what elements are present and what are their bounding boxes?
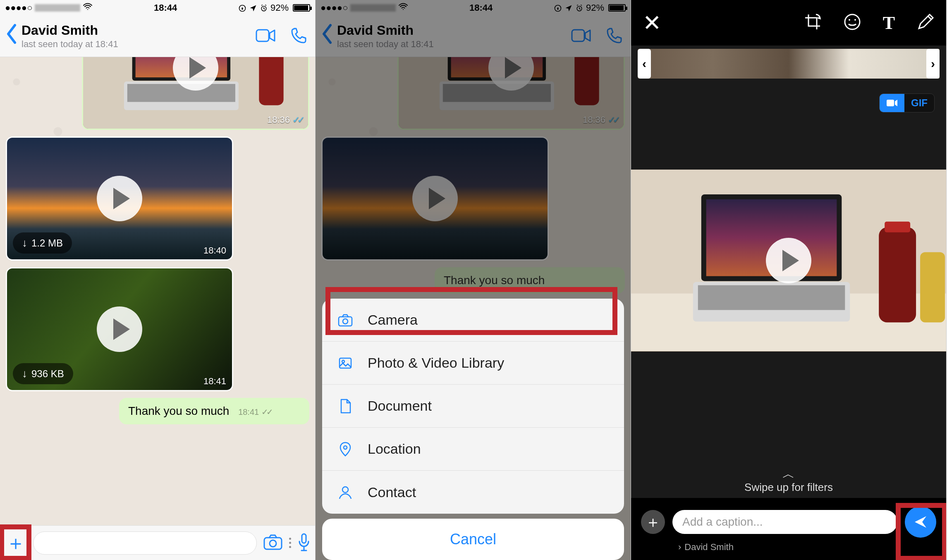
svg-point-28 [344, 446, 347, 449]
text-tool-button[interactable]: T [883, 12, 895, 34]
contact-name: David Smith [22, 23, 256, 38]
download-icon: ↓ [22, 367, 27, 380]
gif-mode-option[interactable]: GIF [904, 94, 934, 112]
svg-rect-33 [887, 100, 894, 106]
chat-input-bar: ＋ [0, 525, 315, 560]
svg-point-27 [342, 360, 344, 363]
chat-body[interactable]: 18:36 ✓✓ ↓ 1.2 MB 18:40 ↓ 936 KB 18:41 [0, 57, 315, 525]
sheet-option-library[interactable]: Photo & Video Library [322, 342, 624, 385]
lock-icon [238, 3, 246, 13]
download-size-pill[interactable]: ↓ 936 KB [13, 363, 73, 384]
panel-chat: ●●●●○ 18:44 92% David Smith [0, 0, 316, 560]
voice-call-button[interactable] [289, 27, 309, 45]
svg-point-29 [342, 487, 348, 493]
svg-rect-9 [259, 57, 283, 105]
svg-point-12 [270, 540, 276, 547]
contact-title-block[interactable]: David Smith last seen today at 18:41 [22, 23, 256, 50]
sheet-cancel-button[interactable]: Cancel [322, 519, 624, 560]
video-preview[interactable] [631, 170, 946, 352]
swipe-up-hint[interactable]: ︿ Swipe up for filters [631, 466, 946, 494]
sheet-option-contact[interactable]: Contact [322, 471, 624, 514]
svg-rect-1 [242, 8, 243, 10]
download-icon: ↓ [22, 237, 27, 249]
trim-handle-right[interactable]: › [926, 49, 940, 79]
svg-rect-8 [127, 84, 235, 102]
svg-rect-26 [340, 358, 351, 368]
video-call-button[interactable] [256, 27, 276, 45]
close-button[interactable]: ✕ [643, 10, 661, 36]
attachment-add-button[interactable]: ＋ [5, 530, 26, 556]
svg-rect-40 [879, 227, 916, 323]
msg-timestamp: 18:41 [203, 376, 226, 387]
carrier-blur [35, 4, 80, 12]
caption-bar: ＋ Add a caption... › David Smith [631, 498, 946, 560]
file-size: 1.2 MB [31, 237, 63, 249]
read-ticks-icon: ✓✓ [292, 115, 302, 125]
video-trim-filmstrip[interactable]: ‹ › [638, 49, 940, 79]
chat-header: David Smith last seen today at 18:41 [0, 16, 315, 57]
svg-rect-39 [698, 285, 845, 310]
status-time: 18:44 [154, 2, 177, 13]
cancel-label: Cancel [450, 531, 496, 548]
sheet-option-label: Location [368, 441, 421, 457]
crop-rotate-button[interactable] [804, 13, 822, 33]
message-text-input[interactable] [33, 531, 257, 555]
camera-button[interactable] [263, 534, 282, 552]
outgoing-video-message[interactable]: 18:36 ✓✓ [82, 57, 309, 130]
incoming-video-message-1[interactable]: ↓ 1.2 MB 18:40 [6, 136, 233, 261]
file-size: 936 KB [31, 368, 64, 380]
svg-rect-41 [885, 222, 910, 232]
swipe-hint-label: Swipe up for filters [744, 481, 833, 493]
ios-status-bar: ●●●●○ 18:44 92% [0, 0, 315, 16]
sheet-option-location[interactable]: Location [322, 428, 624, 471]
editor-toolbar: ✕ T [631, 0, 946, 45]
play-button[interactable] [97, 306, 142, 352]
msg-timestamp: 18:36 ✓✓ [267, 115, 302, 125]
signal-dots: ●●●●○ [5, 2, 32, 13]
draw-tool-button[interactable] [916, 13, 935, 33]
more-options-icon [289, 538, 291, 548]
alarm-icon [260, 3, 268, 13]
panel-action-sheet: ●●●●○ 18:44 92% David Smith last seen to… [316, 0, 631, 560]
play-button[interactable] [766, 238, 811, 283]
message-text: Thank you so much [128, 404, 229, 417]
chevron-right-icon: › [678, 542, 681, 553]
photo-library-icon [337, 355, 354, 371]
emoji-sticker-button[interactable] [843, 13, 861, 33]
sheet-option-label: Camera [368, 312, 418, 328]
last-seen: last seen today at 18:41 [22, 39, 256, 50]
send-button[interactable] [905, 506, 936, 538]
recipient-row[interactable]: › David Smith [641, 542, 936, 553]
battery-pct: 92% [270, 2, 289, 13]
camera-icon [337, 312, 354, 328]
sheet-option-label: Document [368, 398, 432, 414]
svg-point-30 [845, 14, 860, 29]
incoming-video-message-2[interactable]: ↓ 936 KB 18:41 [6, 267, 233, 391]
wifi-icon [83, 2, 93, 14]
download-size-pill[interactable]: ↓ 1.2 MB [13, 232, 72, 254]
attachment-action-sheet: Camera Photo & Video Library Document Lo… [322, 299, 624, 514]
document-icon [337, 398, 354, 414]
svg-rect-13 [302, 534, 306, 543]
sheet-option-document[interactable]: Document [322, 385, 624, 428]
video-mode-option[interactable] [880, 94, 904, 112]
trim-handle-left[interactable]: ‹ [638, 49, 651, 79]
outgoing-text-message[interactable]: Thank you so much 18:41 ✓✓ [119, 398, 309, 424]
svg-point-25 [343, 319, 348, 324]
voice-record-button[interactable] [298, 533, 310, 553]
location-arrow-icon [249, 3, 257, 13]
svg-rect-24 [339, 317, 352, 326]
sheet-option-camera[interactable]: Camera [322, 299, 624, 342]
svg-point-32 [854, 19, 856, 21]
add-media-button[interactable]: ＋ [641, 510, 665, 534]
play-button[interactable] [97, 176, 142, 221]
back-button[interactable] [6, 24, 17, 49]
sheet-option-label: Contact [368, 484, 416, 500]
video-gif-toggle[interactable]: GIF [879, 93, 935, 112]
svg-rect-3 [256, 30, 269, 41]
caption-input[interactable]: Add a caption... [672, 510, 897, 534]
msg-timestamp: 18:41 ✓✓ [238, 407, 271, 416]
recipient-name: David Smith [684, 542, 734, 553]
location-pin-icon [337, 441, 354, 457]
battery-icon [293, 4, 310, 12]
